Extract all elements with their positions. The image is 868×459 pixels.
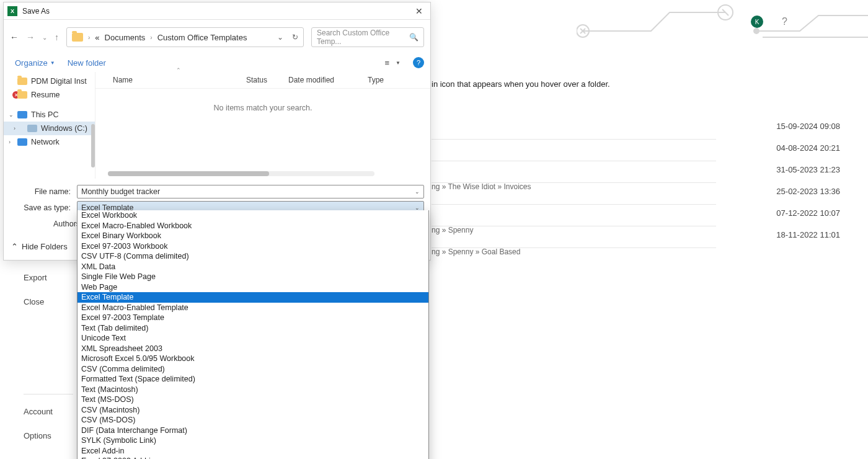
type-option[interactable]: Excel 97-2003 Add-in [78,456,428,459]
type-option[interactable]: Text (MS-DOS) [78,394,428,405]
col-name[interactable]: Name [113,76,246,84]
type-option[interactable]: Excel 97-2003 Workbook [78,241,428,252]
search-input[interactable]: Search Custom Office Temp... 🔍 [311,27,424,47]
recent-row[interactable]: ng » Spenny07-12-2022 10:07 [432,205,716,226]
tree-label: Windows (C:) [41,124,87,133]
type-option[interactable]: Excel 97-2003 Template [78,313,428,323]
tree-item-pdm[interactable]: PDM Digital Inst [4,74,95,88]
hide-folders-label: Hide Folders [22,242,68,251]
tree-label: PDM Digital Inst [31,77,87,86]
user-avatar[interactable]: K [751,16,763,28]
col-status[interactable]: Status [246,76,288,84]
type-option[interactable]: Excel Workbook [78,210,428,221]
type-option[interactable]: Excel Macro-Enabled Workbook [78,221,428,231]
recent-row[interactable]: 25-02-2023 13:36 [432,183,716,205]
breadcrumb-documents[interactable]: Documents [105,33,146,42]
file-name-label: File name: [10,187,77,196]
svg-point-2 [754,29,759,33]
network-icon [17,138,27,146]
tree-label: This PC [31,110,58,119]
row-path: ng » Spenny » Goal Based [432,247,520,256]
tree-item-windows-c[interactable]: ›Windows (C:) [4,122,95,135]
row-date: 04-08-2024 20:21 [776,143,840,153]
type-option[interactable]: Excel Add-in [78,446,428,457]
type-option[interactable]: Text (Tab delimited) [78,323,428,334]
row-date: 07-12-2022 10:07 [776,208,840,218]
tree-label: Network [31,138,60,146]
folder-icon [72,33,83,42]
path-dropdown[interactable]: ⌄ [277,33,283,42]
type-option[interactable]: SYLK (Symbolic Link) [78,435,428,446]
list-header: Name Status Date modified Type [95,72,430,89]
nav-close[interactable]: Close [24,297,47,306]
breadcrumb-path[interactable]: › « Documents › Custom Office Templates … [66,27,304,47]
organize-menu[interactable]: Organize▼ [15,58,55,68]
row-date: 18-11-2022 11:01 [776,230,840,239]
type-option[interactable]: Unicode Text [78,333,428,344]
recent-row[interactable]: 15-09-2024 09:08 [432,118,716,140]
type-option[interactable]: Excel Binary Workbook [78,231,428,241]
backstage-nav: Export Close [24,273,47,306]
nav-account[interactable]: Account [24,407,73,416]
back-button[interactable]: ← [10,32,19,42]
close-button[interactable]: ✕ [412,6,427,16]
type-option[interactable]: XML Data [78,262,428,272]
svg-point-1 [718,5,733,20]
recent-row[interactable]: 04-08-2024 20:21 [432,140,716,161]
type-option[interactable]: XML Spreadsheet 2003 [78,344,428,354]
breadcrumb-templates[interactable]: Custom Office Templates [157,33,247,42]
type-option[interactable]: Microsoft Excel 5.0/95 Workbook [78,354,428,364]
tree-item-this-pc[interactable]: ⌄This PC [4,108,95,122]
file-name-row: File name: Monthly budget tracker⌄ [10,185,424,198]
scrollbar-thumb[interactable] [108,171,269,176]
recent-dropdown[interactable]: ⌄ [42,34,47,41]
type-option[interactable]: DIF (Data Interchange Format) [78,426,428,436]
up-button[interactable]: ↑ [55,32,59,42]
type-option[interactable]: Single File Web Page [78,272,428,282]
refresh-button[interactable]: ↻ [292,33,298,42]
tree-scrollbar[interactable] [91,124,95,167]
row-date: 25-02-2023 13:36 [776,187,840,196]
type-option[interactable]: Web Page [78,282,428,293]
nav-row: ← → ⌄ ↑ › « Documents › Custom Office Te… [4,20,430,55]
col-type[interactable]: Type [368,76,405,84]
tree-item-network[interactable]: ›Network [4,135,95,149]
type-option[interactable]: Excel Template [78,292,428,303]
new-folder-button[interactable]: New folder [68,58,106,68]
excel-app-icon: X [7,6,17,16]
nav-export[interactable]: Export [24,273,47,282]
type-option[interactable]: CSV (Macintosh) [78,405,428,416]
col-date[interactable]: Date modified [288,76,368,84]
forward-button[interactable]: → [26,32,35,42]
folder-tree: PDM Digital Inst ✕Resume ⌄This PC ›Windo… [4,72,95,179]
hide-folders-toggle[interactable]: ⌃Hide Folders [11,242,68,251]
type-option[interactable]: CSV (Comma delimited) [78,364,428,375]
type-option[interactable]: Excel Macro-Enabled Template [78,303,428,313]
backstage-bottom-nav: Account Options [24,394,73,440]
nav-arrows: ← → ⌄ ↑ [10,32,59,42]
save-type-dropdown[interactable]: Excel WorkbookExcel Macro-Enabled Workbo… [77,210,429,459]
recent-row[interactable]: ng » The Wise Idiot » Invoices31-05-2023… [432,161,716,183]
nav-options[interactable]: Options [24,431,73,440]
type-option[interactable]: CSV (MS-DOS) [78,415,428,426]
chevron-up-icon: ⌃ [11,242,18,251]
tree-label: Resume [31,91,60,99]
dialog-toolbar: Organize▼ New folder ≡ ▼ ? [4,55,430,72]
horizontal-scrollbar[interactable] [108,171,374,176]
sort-chevron-icon[interactable]: ⌃ [176,67,181,73]
type-option[interactable]: Text (Macintosh) [78,385,428,395]
recent-row[interactable]: ng » Spenny » Goal Based18-11-2022 11:01 [432,226,716,248]
type-option[interactable]: CSV UTF-8 (Comma delimited) [78,251,428,262]
type-option[interactable]: Formatted Text (Space delimited) [78,374,428,385]
view-mode-button[interactable]: ≡ [384,58,389,68]
search-icon: 🔍 [409,33,418,42]
tree-item-resume[interactable]: ✕Resume [4,88,95,102]
file-name-field[interactable]: Monthly budget tracker⌄ [77,185,424,198]
save-type-label: Save as type: [10,203,77,212]
view-mode-dropdown[interactable]: ▼ [396,60,401,66]
help-icon[interactable]: ? [782,16,787,27]
row-date: 15-09-2024 09:08 [776,122,840,131]
chevron-down-icon[interactable]: ⌄ [415,189,420,195]
decorative-circuit-lines [577,0,868,43]
help-icon[interactable]: ? [413,57,424,68]
